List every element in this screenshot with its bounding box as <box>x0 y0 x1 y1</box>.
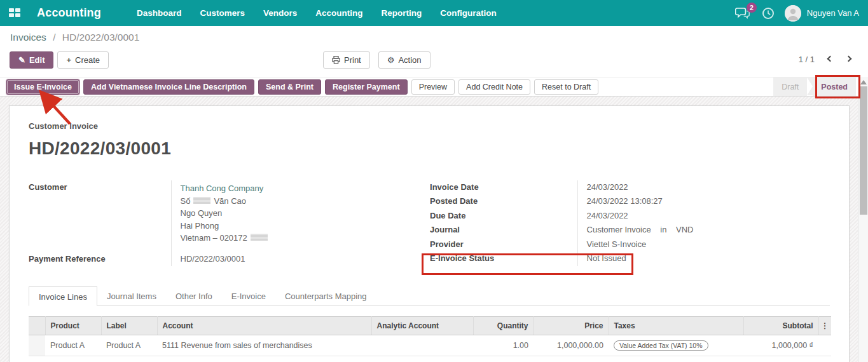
table-header-row: Product Label Account Analytic Account Q… <box>29 316 831 335</box>
col-label[interactable]: Label <box>101 316 157 335</box>
breadcrumb-separator: / <box>53 32 55 43</box>
col-subtotal[interactable]: Subtotal <box>743 316 818 335</box>
cell-price[interactable]: 1,000,000.00 <box>534 335 609 356</box>
col-quantity[interactable]: Quantity <box>473 316 534 335</box>
pager-previous-icon[interactable] <box>825 54 835 64</box>
journal-currency[interactable]: VND <box>676 225 693 234</box>
menu-dashboard[interactable]: Dashboard <box>133 6 186 20</box>
cell-menu <box>818 335 831 356</box>
add-vietnamese-invoice-line-description-button[interactable]: Add Vietnamese Invoice Line Description <box>83 79 254 95</box>
field-row-due-date: Due Date 24/03/2022 <box>430 209 830 223</box>
payment-reference-label: Payment Reference <box>29 252 171 266</box>
tab-e-invoice[interactable]: E-Invoice <box>222 286 275 305</box>
redacted-blur <box>251 234 268 241</box>
create-button[interactable]: + Create <box>57 51 109 69</box>
user-name: Nguyen Van A <box>807 8 859 18</box>
send-and-print-button[interactable]: Send & Print <box>258 79 321 95</box>
tab-counterparts-mapping[interactable]: Counterparts Mapping <box>275 286 376 305</box>
provider-label: Provider <box>430 238 577 251</box>
pager-next-icon[interactable] <box>845 54 855 64</box>
customer-name-link[interactable]: Thanh Cong Company <box>181 182 408 195</box>
pager-value: 1 / 1 <box>799 55 815 64</box>
app-name[interactable]: Accounting <box>37 6 101 20</box>
col-product[interactable]: Product <box>45 316 101 335</box>
gear-icon: ⚙ <box>387 56 395 64</box>
tax-badge: Value Added Tax (VAT) 10% <box>614 340 708 351</box>
invoice-date-label: Invoice Date <box>430 180 577 194</box>
activities-clock-icon[interactable] <box>762 7 775 20</box>
customer-label: Customer <box>29 180 171 252</box>
add-credit-note-button[interactable]: Add Credit Note <box>458 79 530 95</box>
pager: 1 / 1 <box>799 54 855 64</box>
user-menu[interactable]: Nguyen Van A <box>785 5 859 22</box>
invoice-type-label: Customer Invoice <box>29 121 830 131</box>
breadcrumb: Invoices / HD/2022/03/0001 <box>10 32 139 43</box>
col-account[interactable]: Account <box>157 316 371 335</box>
status-chevron-icon <box>807 77 813 95</box>
journal-in-word: in <box>660 225 666 234</box>
customer-city: Hai Phong <box>181 220 408 232</box>
customer-country: Vietnam – 020172 <box>181 232 408 245</box>
action-buttons: Print ⚙ Action <box>323 51 431 69</box>
table-row[interactable]: Product A Product A 5111 Revenue from sa… <box>29 335 831 356</box>
menu-vendors[interactable]: Vendors <box>259 6 301 20</box>
posted-date-label: Posted Date <box>430 194 577 208</box>
status-posted[interactable]: Posted <box>813 77 856 96</box>
optional-columns-icon[interactable]: ⋮ <box>818 316 831 335</box>
tab-invoice-lines[interactable]: Invoice Lines <box>29 286 97 306</box>
menu-reporting[interactable]: Reporting <box>378 6 426 20</box>
cell-quantity[interactable]: 1.00 <box>473 335 534 356</box>
cell-product[interactable]: Product A <box>45 335 101 356</box>
journal-name[interactable]: Customer Invoice <box>587 225 651 234</box>
journal-value: Customer Invoice in VND <box>577 223 830 237</box>
edit-button[interactable]: ✎ Edit <box>10 51 53 69</box>
status-widget: Draft Posted <box>773 77 856 96</box>
scrollbar-thumb[interactable] <box>860 86 867 215</box>
invoice-lines-table: Product Label Account Analytic Account Q… <box>29 316 831 356</box>
menu-accounting[interactable]: Accounting <box>312 6 366 20</box>
field-row-customer: Customer Thanh Cong Company SốVăn Cao Ng… <box>29 180 407 252</box>
register-payment-button[interactable]: Register Payment <box>325 79 408 95</box>
reset-to-draft-button[interactable]: Reset to Draft <box>534 79 598 95</box>
row-handle[interactable] <box>29 335 45 356</box>
e-invoice-status-value: Not Issued <box>577 251 830 265</box>
tab-journal-items[interactable]: Journal Items <box>97 286 166 305</box>
field-row-posted-date: Posted Date 24/03/2022 13:08:27 <box>430 194 830 208</box>
plus-icon: + <box>66 56 71 64</box>
breadcrumb-invoices-link[interactable]: Invoices <box>10 32 46 43</box>
messages-icon[interactable]: 2 <box>735 6 752 20</box>
redacted-blur <box>193 197 210 204</box>
breadcrumb-current: HD/2022/03/0001 <box>62 32 140 43</box>
cell-analytic-account[interactable] <box>371 335 473 356</box>
print-button[interactable]: Print <box>323 51 370 69</box>
preview-button[interactable]: Preview <box>411 79 455 95</box>
issue-e-invoice-button[interactable]: Issue E-Invoice <box>6 79 79 95</box>
field-row-invoice-date: Invoice Date 24/03/2022 <box>430 180 830 194</box>
col-taxes[interactable]: Taxes <box>609 316 743 335</box>
cell-subtotal[interactable]: 1,000,000 ₫ <box>743 335 818 356</box>
scrollbar-up-arrow-icon[interactable] <box>860 80 867 84</box>
action-button[interactable]: ⚙ Action <box>378 51 431 69</box>
col-price[interactable]: Price <box>534 316 609 335</box>
invoice-date-value: 24/03/2022 <box>577 180 830 194</box>
statusbar: Issue E-Invoice Add Vietnamese Invoice L… <box>0 77 858 97</box>
status-draft[interactable]: Draft <box>773 77 807 96</box>
invoice-number: HD/2022/03/0001 <box>29 138 830 159</box>
apps-grid-icon[interactable] <box>9 8 20 18</box>
menu-configuration[interactable]: Configuration <box>436 6 500 20</box>
due-date-label: Due Date <box>430 209 577 223</box>
handle-column-header <box>29 316 45 335</box>
cell-taxes[interactable]: Value Added Tax (VAT) 10% <box>609 335 743 356</box>
provider-value: Viettel S-Invoice <box>577 238 830 251</box>
cell-account[interactable]: 5111 Revenue from sales of merchandises <box>157 335 371 356</box>
notebook-tabs: Invoice Lines Journal Items Other Info E… <box>29 286 830 306</box>
customer-district: Ngo Quyen <box>181 207 408 220</box>
vertical-scrollbar[interactable] <box>858 77 868 362</box>
cell-label[interactable]: Product A <box>101 335 157 356</box>
due-date-value: 24/03/2022 <box>577 209 830 223</box>
menu-customers[interactable]: Customers <box>196 6 249 20</box>
customer-street: SốVăn Cao <box>181 195 408 208</box>
col-analytic-account[interactable]: Analytic Account <box>371 316 473 335</box>
tab-other-info[interactable]: Other Info <box>166 286 222 305</box>
top-navbar: Accounting Dashboard Customers Vendors A… <box>0 0 868 26</box>
